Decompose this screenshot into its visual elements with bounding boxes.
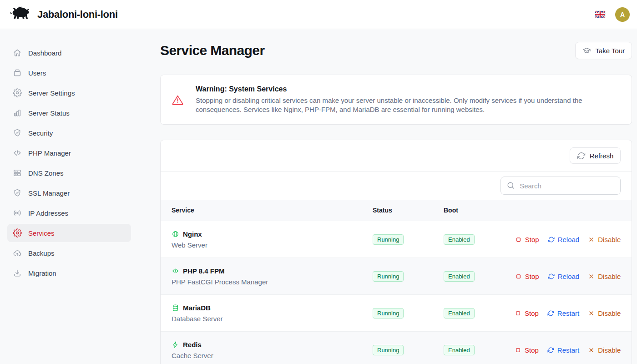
boot-badge: Enabled <box>444 271 475 282</box>
sidebar-item-label: Security <box>28 129 53 137</box>
status-badge: Running <box>373 271 404 282</box>
stop-icon <box>515 236 522 243</box>
stop-icon <box>515 347 521 354</box>
sidebar-item-label: DNS Zones <box>28 169 64 177</box>
sidebar-item-php-manager[interactable]: PHP Manager <box>7 144 131 162</box>
sidebar-item-server-settings[interactable]: Server Settings <box>7 84 131 102</box>
take-tour-label: Take Tour <box>595 47 625 55</box>
sidebar-item-services[interactable]: Services <box>7 224 131 242</box>
main-content: Service Manager Take Tour Warning: Syste… <box>138 29 637 364</box>
sidebar-item-migration[interactable]: Migration <box>7 264 131 282</box>
code-icon <box>13 148 22 157</box>
column-header-status: Status <box>373 207 444 214</box>
alert-triangle-icon <box>172 94 184 106</box>
stop-button[interactable]: Stop <box>515 236 539 243</box>
download-icon <box>13 268 22 278</box>
sidebar-item-label: PHP Manager <box>28 149 71 157</box>
services-card: Refresh Service Status Boot NginxWeb Ser… <box>160 140 632 364</box>
app-title: Jabaloni-loni-loni <box>37 9 118 20</box>
service-name: MariaDB <box>183 304 211 312</box>
disable-button[interactable]: Disable <box>588 346 621 354</box>
search-input[interactable] <box>500 177 621 195</box>
x-icon <box>588 273 595 280</box>
sidebar-item-label: Server Settings <box>28 89 75 97</box>
reload-button[interactable]: Reload <box>548 236 580 243</box>
restart-button[interactable]: Restart <box>547 346 579 354</box>
stop-button[interactable]: Stop <box>515 346 539 354</box>
row-actions: StopRestartDisable <box>515 346 621 354</box>
sidebar-item-label: Dashboard <box>28 49 61 57</box>
service-name: Redis <box>183 341 202 349</box>
sidebar-item-label: Users <box>28 69 46 77</box>
sidebar-item-ip-addresses[interactable]: IP Addresses <box>7 204 131 222</box>
service-cell: MariaDBDatabase Server <box>172 304 373 323</box>
stop-icon <box>515 273 522 280</box>
action-label: Restart <box>557 309 579 317</box>
action-label: Stop <box>525 309 539 317</box>
disable-button[interactable]: Disable <box>588 236 621 243</box>
action-label: Stop <box>525 346 539 354</box>
row-actions: StopRestartDisable <box>515 309 621 317</box>
brand[interactable]: Jabaloni-loni-loni <box>7 6 118 23</box>
boot-badge: Enabled <box>444 345 475 355</box>
boot-badge: Enabled <box>444 308 475 318</box>
search-icon <box>506 181 515 190</box>
sidebar-item-dns-zones[interactable]: DNS Zones <box>7 164 131 182</box>
disable-button[interactable]: Disable <box>588 309 621 317</box>
users-box-icon <box>13 68 22 77</box>
broadcast-icon <box>13 208 22 217</box>
sidebar-item-security[interactable]: Security <box>7 124 131 142</box>
refresh-icon <box>547 310 554 317</box>
action-label: Disable <box>598 236 621 243</box>
x-icon <box>588 236 595 243</box>
table-body: NginxWeb ServerRunningEnabledStopReloadD… <box>161 221 632 364</box>
service-description: Database Server <box>172 315 373 323</box>
refresh-icon <box>548 273 555 280</box>
table-row-redis: RedisCache ServerRunningEnabledStopResta… <box>161 332 632 364</box>
bar-chart-icon <box>13 108 22 117</box>
refresh-icon <box>577 152 586 160</box>
stop-button[interactable]: Stop <box>515 309 539 317</box>
status-badge: Running <box>373 345 404 355</box>
stop-icon <box>515 310 521 317</box>
top-header: Jabaloni-loni-loni A <box>0 0 637 29</box>
service-description: PHP FastCGI Process Manager <box>172 278 373 286</box>
language-flag-icon[interactable] <box>595 11 605 18</box>
service-name: PHP 8.4 FPM <box>183 267 224 275</box>
action-label: Stop <box>525 236 539 243</box>
action-label: Disable <box>598 309 621 317</box>
column-header-boot: Boot <box>444 207 515 214</box>
bolt-icon <box>172 341 179 349</box>
stop-button[interactable]: Stop <box>515 273 539 280</box>
take-tour-button[interactable]: Take Tour <box>575 42 632 59</box>
sidebar-item-label: IP Addresses <box>28 209 68 217</box>
refresh-button[interactable]: Refresh <box>570 147 621 164</box>
boot-badge: Enabled <box>444 234 475 245</box>
sidebar-item-ssl-manager[interactable]: SSL Manager <box>7 184 131 202</box>
shield-check-icon <box>13 128 22 137</box>
sidebar-item-users[interactable]: Users <box>7 64 131 82</box>
reload-button[interactable]: Reload <box>548 273 580 280</box>
user-avatar[interactable]: A <box>615 7 630 22</box>
action-label: Disable <box>598 346 621 354</box>
restart-button[interactable]: Restart <box>547 309 579 317</box>
action-label: Reload <box>558 273 580 280</box>
service-cell: PHP 8.4 FPMPHP FastCGI Process Manager <box>172 267 373 286</box>
gear-icon <box>13 228 22 238</box>
disable-button[interactable]: Disable <box>588 273 621 280</box>
code-icon <box>172 267 179 275</box>
sidebar-item-label: Backups <box>28 249 55 257</box>
service-name: Nginx <box>183 230 202 238</box>
cloud-upload-icon <box>13 248 22 258</box>
sidebar-item-backups[interactable]: Backups <box>7 244 131 262</box>
table-header: Service Status Boot <box>161 200 632 221</box>
service-cell: RedisCache Server <box>172 341 373 359</box>
table-row-php-8-4-fpm: PHP 8.4 FPMPHP FastCGI Process ManagerRu… <box>161 258 632 295</box>
sidebar-item-label: Migration <box>28 269 56 277</box>
sidebar-item-server-status[interactable]: Server Status <box>7 104 131 122</box>
sidebar-item-dashboard[interactable]: Dashboard <box>7 44 131 62</box>
service-cell: NginxWeb Server <box>172 230 373 249</box>
action-label: Stop <box>525 273 539 280</box>
refresh-icon <box>548 236 555 243</box>
row-actions: StopReloadDisable <box>515 236 621 243</box>
